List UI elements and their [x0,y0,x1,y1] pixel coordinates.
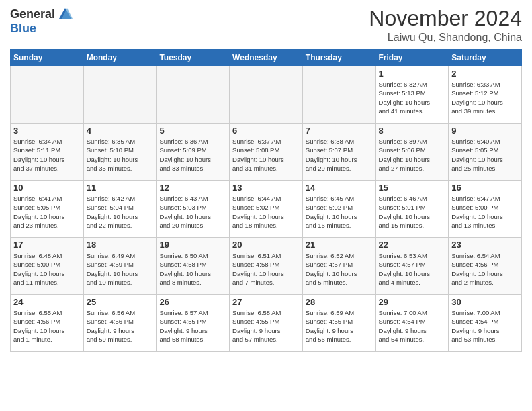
day-number: 22 [379,240,446,250]
logo-blue-text: Blue [10,21,36,36]
day-number: 20 [232,240,300,250]
day-info: Sunrise: 6:57 AMSunset: 4:55 PMDaylight:… [159,308,226,344]
day-number: 4 [87,126,154,136]
calendar-cell: 1Sunrise: 6:32 AMSunset: 5:13 PMDaylight… [375,66,449,124]
calendar-cell: 20Sunrise: 6:51 AMSunset: 4:58 PMDayligh… [230,238,303,295]
day-info: Sunrise: 6:38 AMSunset: 5:07 PMDaylight:… [306,137,373,173]
day-info: Sunrise: 6:46 AMSunset: 5:01 PMDaylight:… [379,194,446,230]
calendar-cell: 3Sunrise: 6:34 AMSunset: 5:11 PMDaylight… [11,124,84,181]
calendar-cell: 25Sunrise: 6:56 AMSunset: 4:56 PMDayligh… [83,295,157,352]
calendar-cell: 29Sunrise: 7:00 AMSunset: 4:54 PMDayligh… [375,295,449,352]
day-number: 10 [13,183,81,193]
calendar-cell: 30Sunrise: 7:00 AMSunset: 4:54 PMDayligh… [449,295,522,352]
logo-icon [58,7,73,21]
week-row-4: 17Sunrise: 6:48 AMSunset: 5:00 PMDayligh… [11,238,522,295]
calendar-cell [230,66,303,124]
calendar-cell: 5Sunrise: 6:36 AMSunset: 5:09 PMDaylight… [157,124,230,181]
day-info: Sunrise: 6:41 AMSunset: 5:05 PMDaylight:… [13,194,81,230]
day-number: 18 [87,240,154,250]
day-number: 12 [159,183,226,193]
week-row-2: 3Sunrise: 6:34 AMSunset: 5:11 PMDaylight… [11,124,522,181]
day-number: 14 [306,183,373,193]
calendar-cell: 18Sunrise: 6:49 AMSunset: 4:59 PMDayligh… [83,238,157,295]
weekday-header-friday: Friday [375,50,449,66]
calendar-cell: 13Sunrise: 6:44 AMSunset: 5:02 PMDayligh… [230,181,303,238]
day-number: 30 [451,297,519,307]
calendar-cell: 2Sunrise: 6:33 AMSunset: 5:12 PMDaylight… [449,66,522,124]
page: General Blue November 2024 Laiwu Qu, Sha… [0,0,532,359]
calendar-cell: 15Sunrise: 6:46 AMSunset: 5:01 PMDayligh… [375,181,449,238]
day-number: 17 [13,240,81,250]
weekday-header-monday: Monday [83,50,157,66]
day-info: Sunrise: 6:36 AMSunset: 5:09 PMDaylight:… [159,137,226,173]
day-number: 2 [451,68,519,79]
day-info: Sunrise: 6:48 AMSunset: 5:00 PMDaylight:… [13,251,81,287]
day-number: 21 [306,240,373,250]
day-number: 9 [451,126,519,136]
day-info: Sunrise: 7:00 AMSunset: 4:54 PMDaylight:… [451,308,519,344]
day-info: Sunrise: 6:33 AMSunset: 5:12 PMDaylight:… [451,80,519,116]
weekday-header-thursday: Thursday [302,50,375,66]
calendar-cell [157,66,230,124]
day-info: Sunrise: 6:59 AMSunset: 4:55 PMDaylight:… [306,308,373,344]
day-number: 5 [159,126,226,136]
day-info: Sunrise: 6:58 AMSunset: 4:55 PMDaylight:… [232,308,300,344]
logo: General Blue [10,7,73,36]
calendar-cell [302,66,375,124]
day-number: 3 [13,126,81,136]
day-number: 13 [232,183,300,193]
day-number: 7 [306,126,373,136]
calendar-cell: 22Sunrise: 6:53 AMSunset: 4:57 PMDayligh… [375,238,449,295]
title-block: November 2024 Laiwu Qu, Shandong, China [369,7,522,44]
calendar-cell: 11Sunrise: 6:42 AMSunset: 5:04 PMDayligh… [83,181,157,238]
day-info: Sunrise: 6:47 AMSunset: 5:00 PMDaylight:… [451,194,519,230]
day-info: Sunrise: 6:50 AMSunset: 4:58 PMDaylight:… [159,251,226,287]
calendar-cell: 21Sunrise: 6:52 AMSunset: 4:57 PMDayligh… [302,238,375,295]
calendar-cell: 27Sunrise: 6:58 AMSunset: 4:55 PMDayligh… [230,295,303,352]
calendar-cell: 17Sunrise: 6:48 AMSunset: 5:00 PMDayligh… [11,238,84,295]
day-info: Sunrise: 6:32 AMSunset: 5:13 PMDaylight:… [379,80,446,116]
day-number: 6 [232,126,300,136]
logo-general-text: General [10,7,55,21]
location: Laiwu Qu, Shandong, China [369,32,522,44]
day-info: Sunrise: 6:56 AMSunset: 4:56 PMDaylight:… [87,308,154,344]
day-number: 1 [379,68,446,79]
weekday-header-saturday: Saturday [449,50,522,66]
day-number: 29 [379,297,446,307]
day-info: Sunrise: 6:37 AMSunset: 5:08 PMDaylight:… [232,137,300,173]
calendar-table: SundayMondayTuesdayWednesdayThursdayFrid… [10,49,522,352]
calendar-cell: 7Sunrise: 6:38 AMSunset: 5:07 PMDaylight… [302,124,375,181]
day-number: 24 [13,297,81,307]
day-info: Sunrise: 7:00 AMSunset: 4:54 PMDaylight:… [379,308,446,344]
weekday-header-sunday: Sunday [11,50,84,66]
header: General Blue November 2024 Laiwu Qu, Sha… [10,7,522,44]
day-info: Sunrise: 6:45 AMSunset: 5:02 PMDaylight:… [306,194,373,230]
calendar-cell: 19Sunrise: 6:50 AMSunset: 4:58 PMDayligh… [157,238,230,295]
calendar-cell: 28Sunrise: 6:59 AMSunset: 4:55 PMDayligh… [302,295,375,352]
calendar-cell: 26Sunrise: 6:57 AMSunset: 4:55 PMDayligh… [157,295,230,352]
day-info: Sunrise: 6:39 AMSunset: 5:06 PMDaylight:… [379,137,446,173]
day-number: 8 [379,126,446,136]
weekday-header-wednesday: Wednesday [230,50,303,66]
calendar-cell: 14Sunrise: 6:45 AMSunset: 5:02 PMDayligh… [302,181,375,238]
day-info: Sunrise: 6:54 AMSunset: 4:56 PMDaylight:… [451,251,519,287]
day-number: 27 [232,297,300,307]
calendar-cell: 23Sunrise: 6:54 AMSunset: 4:56 PMDayligh… [449,238,522,295]
calendar-cell: 8Sunrise: 6:39 AMSunset: 5:06 PMDaylight… [375,124,449,181]
weekday-header-tuesday: Tuesday [157,50,230,66]
day-info: Sunrise: 6:34 AMSunset: 5:11 PMDaylight:… [13,137,81,173]
day-number: 23 [451,240,519,250]
calendar-cell: 9Sunrise: 6:40 AMSunset: 5:05 PMDaylight… [449,124,522,181]
month-title: November 2024 [369,7,522,30]
day-info: Sunrise: 6:53 AMSunset: 4:57 PMDaylight:… [379,251,446,287]
calendar-cell: 12Sunrise: 6:43 AMSunset: 5:03 PMDayligh… [157,181,230,238]
day-info: Sunrise: 6:42 AMSunset: 5:04 PMDaylight:… [87,194,154,230]
calendar-cell [11,66,84,124]
calendar-cell: 6Sunrise: 6:37 AMSunset: 5:08 PMDaylight… [230,124,303,181]
day-info: Sunrise: 6:44 AMSunset: 5:02 PMDaylight:… [232,194,300,230]
calendar-cell [83,66,157,124]
day-info: Sunrise: 6:51 AMSunset: 4:58 PMDaylight:… [232,251,300,287]
day-number: 16 [451,183,519,193]
week-row-1: 1Sunrise: 6:32 AMSunset: 5:13 PMDaylight… [11,66,522,124]
day-number: 11 [87,183,154,193]
